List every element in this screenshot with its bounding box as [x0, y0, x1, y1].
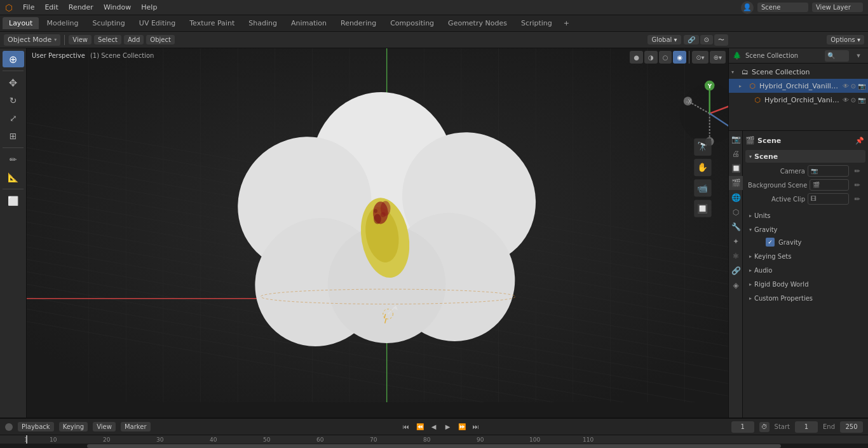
scene-properties-icon[interactable]: 🎬	[729, 176, 743, 190]
outliner-filter-btn[interactable]: ▾	[853, 50, 864, 62]
view-menu-btn[interactable]: View	[69, 35, 92, 44]
outliner-item-orchid-00[interactable]: ⬡ Hybrid_Orchid_Vanilla_00 👁 ⊙ 📷	[729, 93, 868, 107]
start-frame-input[interactable]: 1	[795, 421, 818, 433]
jump-to-start-btn[interactable]: ⏮	[400, 421, 412, 433]
world-properties-icon[interactable]: 🌐	[729, 191, 743, 205]
background-scene-field[interactable]: 🎬	[810, 179, 849, 191]
tab-scripting[interactable]: Scripting	[515, 17, 559, 29]
3d-viewport[interactable]: User Perspective (1) Scene Collection	[27, 48, 728, 417]
view-layer-properties-icon[interactable]: 🔲	[729, 161, 743, 175]
annotate-tool[interactable]: ✏	[3, 151, 24, 168]
proportional-btn[interactable]: ⊙	[700, 35, 713, 44]
tab-animation[interactable]: Animation	[285, 17, 333, 29]
output-properties-icon[interactable]: 🖨	[729, 147, 743, 161]
viewport-overlays-btn[interactable]: ⊙▾	[692, 51, 708, 64]
units-section-header[interactable]: ▸ Units	[745, 209, 865, 222]
tab-sculpting[interactable]: Sculpting	[86, 17, 131, 29]
keyframe-record-btn[interactable]: ⏱	[759, 422, 770, 432]
timeline-scrollbar[interactable]	[0, 444, 868, 448]
viewport-shading-wireframe[interactable]: ◉	[673, 51, 686, 64]
clip-picker-btn[interactable]: ✏	[851, 193, 863, 205]
modifier-properties-icon[interactable]: 🔧	[729, 220, 743, 234]
tab-shading[interactable]: Shading	[242, 17, 283, 29]
camera-value-field[interactable]: 📷	[808, 165, 849, 177]
scale-tool[interactable]: ⤢	[3, 110, 24, 126]
move-tool[interactable]: ✥	[3, 74, 24, 91]
jump-to-end-btn[interactable]: ⏭	[470, 421, 482, 433]
add-menu-btn[interactable]: Add	[124, 35, 144, 44]
measure-tool[interactable]: 📐	[3, 169, 24, 186]
add-object-tool[interactable]: ⬜	[3, 193, 24, 209]
timeline-mode-icon[interactable]	[5, 423, 13, 431]
viewport-shading-rendered[interactable]: ○	[659, 51, 672, 64]
outliner-item-orchid-003[interactable]: ▸ ⬡ Hybrid_Orchid_Vanilla_003 👁 ⊙ 📷	[729, 79, 868, 93]
tab-uv-editing[interactable]: UV Editing	[133, 17, 182, 29]
keying-btn[interactable]: Keying	[59, 422, 88, 431]
transform-tool[interactable]: ⊞	[3, 128, 24, 144]
edit-menu[interactable]: Edit	[39, 0, 63, 15]
object-menu-btn[interactable]: Object	[146, 35, 175, 44]
object-properties-icon[interactable]: ⬡	[729, 205, 743, 219]
tab-add-button[interactable]: +	[560, 17, 573, 29]
play-btn[interactable]: ▶	[442, 421, 454, 433]
render-menu[interactable]: Render	[64, 0, 98, 15]
render-icon-2[interactable]: 📷	[858, 97, 865, 104]
file-menu[interactable]: File	[18, 0, 39, 15]
help-menu[interactable]: Help	[136, 0, 162, 15]
keying-sets-section-header[interactable]: ▸ Keying Sets	[745, 250, 865, 262]
scene-section-header[interactable]: ▾ Scene	[745, 150, 865, 163]
visibility-icon[interactable]: 👁	[843, 83, 849, 90]
gravity-checkbox[interactable]: ✓	[766, 238, 775, 247]
view-layer-selector[interactable]: View Layer	[812, 3, 863, 12]
window-menu[interactable]: Window	[98, 0, 136, 15]
tab-rendering[interactable]: Rendering	[334, 17, 383, 29]
render-properties-icon[interactable]: 📷	[729, 132, 743, 146]
play-reverse-btn[interactable]: ◀	[428, 421, 440, 433]
global-selector[interactable]: Global ▾	[648, 35, 681, 44]
playback-btn[interactable]: Playback	[18, 422, 54, 431]
timeline-ruler[interactable]: 1 10 20 30 40 50 60 70 80 90 1	[0, 435, 868, 448]
select-menu-btn[interactable]: Select	[94, 35, 121, 44]
marker-btn[interactable]: Marker	[121, 422, 151, 431]
rotate-tool[interactable]: ↻	[3, 92, 24, 109]
constraints-properties-icon[interactable]: 🔗	[729, 264, 743, 278]
tab-modeling[interactable]: Modeling	[40, 17, 85, 29]
gravity-section-header[interactable]: ▾ Gravity	[745, 223, 865, 236]
viewport-gizmos-btn[interactable]: ⊕▾	[710, 51, 726, 64]
tab-texture-paint[interactable]: Texture Paint	[183, 17, 241, 29]
user-icon[interactable]: 👤	[741, 1, 754, 14]
render-icon[interactable]: 📷	[858, 83, 865, 90]
timeline-scrollbar-thumb[interactable]	[87, 444, 782, 448]
custom-props-section-header[interactable]: ▸ Custom Properties	[745, 292, 865, 304]
scene-selector[interactable]: Scene	[757, 3, 808, 12]
props-pin-icon[interactable]: 📌	[854, 135, 865, 146]
wave-btn[interactable]: 〜	[714, 34, 728, 46]
active-clip-field[interactable]: 🎞	[808, 193, 849, 205]
blender-logo[interactable]: ⬡	[0, 0, 18, 15]
visibility-icon-2[interactable]: 👁	[843, 97, 849, 104]
viewport-shading-material[interactable]: ◑	[644, 51, 658, 64]
rigid-body-section-header[interactable]: ▸ Rigid Body World	[745, 278, 865, 290]
particles-properties-icon[interactable]: ✦	[729, 234, 743, 248]
tab-geometry-nodes[interactable]: Geometry Nodes	[442, 17, 513, 29]
cursor-tool[interactable]: ⊕	[3, 51, 24, 67]
outliner-search[interactable]: 🔍	[825, 50, 849, 62]
bg-scene-picker-btn[interactable]: ✏	[851, 179, 863, 191]
selectable-icon-2[interactable]: ⊙	[851, 97, 856, 104]
snap-btn[interactable]: 🔗	[684, 35, 699, 44]
selectable-icon[interactable]: ⊙	[851, 83, 856, 90]
viewport-shading-solid[interactable]: ●	[630, 51, 643, 64]
audio-section-header[interactable]: ▸ Audio	[745, 264, 865, 276]
tab-layout[interactable]: Layout	[3, 17, 39, 29]
object-mode-selector[interactable]: Object Mode ▾	[4, 34, 60, 46]
options-btn[interactable]: Options ▾	[827, 35, 864, 44]
timeline-view-btn[interactable]: View	[93, 422, 116, 431]
camera-picker-btn[interactable]: ✏	[851, 165, 863, 177]
current-frame-input[interactable]: 1	[731, 421, 754, 433]
end-frame-input[interactable]: 250	[840, 421, 863, 433]
physics-properties-icon[interactable]: ⚛	[729, 249, 743, 263]
data-properties-icon[interactable]: ◈	[729, 278, 743, 292]
tab-compositing[interactable]: Compositing	[384, 17, 440, 29]
outliner-scene-collection[interactable]: ▾ 🗂 Scene Collection	[729, 65, 868, 79]
prev-keyframe-btn[interactable]: ⏪	[414, 421, 426, 433]
